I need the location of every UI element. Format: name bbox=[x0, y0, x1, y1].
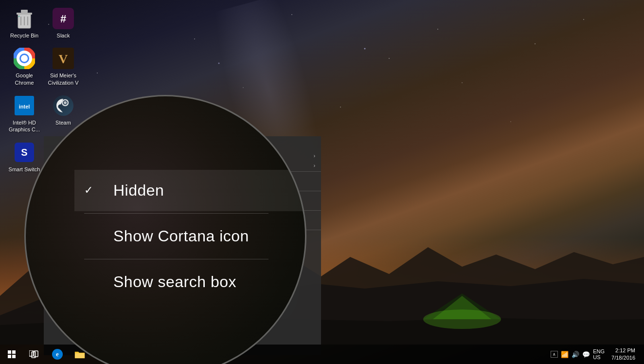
task-view-button[interactable] bbox=[23, 345, 45, 364]
cortana-option-show-icon[interactable]: ✓ Show Cortana icon bbox=[74, 216, 305, 257]
language-label: ENG bbox=[593, 348, 605, 354]
desktop-icon-column-1: Recycle Bin Google Chrome bbox=[5, 5, 44, 179]
svg-text:#: # bbox=[60, 13, 66, 25]
show-icon-checkmark: ✓ bbox=[84, 230, 99, 242]
svg-rect-27 bbox=[29, 350, 33, 356]
svg-text:intel: intel bbox=[19, 104, 30, 109]
smart-switch-icon: S bbox=[13, 141, 36, 164]
task-view-icon bbox=[29, 350, 39, 358]
slack-label: Slack bbox=[57, 32, 70, 39]
context-menu-arrow-2: › bbox=[314, 163, 315, 168]
circle-divider-1 bbox=[84, 213, 268, 214]
volume-icon[interactable]: 🔊 bbox=[572, 351, 579, 358]
taskbar-language[interactable]: ENG US bbox=[593, 348, 605, 360]
desktop-icon-intel-hd[interactable]: intel Intel® HD Graphics C... bbox=[5, 92, 44, 135]
desktop-icon-recycle-bin[interactable]: Recycle Bin bbox=[5, 5, 44, 41]
show-search-checkmark: ✓ bbox=[84, 275, 99, 288]
clock-time: 2:12 PM bbox=[615, 347, 635, 354]
taskbar-tray: ∧ 📶 🔊 💬 ENG US 2:12 PM 7/18/2016 bbox=[551, 345, 644, 364]
desktop-icon-smart-switch[interactable]: S Smart Switch bbox=[5, 139, 44, 175]
chrome-label: Google Chrome bbox=[7, 72, 42, 86]
cortana-submenu-overlay: ✓ Hidden ✓ Show Cortana icon ✓ Show sear… bbox=[24, 95, 306, 364]
taskbar-edge[interactable]: e bbox=[47, 345, 68, 364]
desktop-icon-slack[interactable]: # Slack bbox=[44, 5, 83, 41]
start-button[interactable] bbox=[0, 345, 23, 364]
locale-label: US bbox=[593, 354, 605, 360]
show-search-label: Show search box bbox=[113, 273, 236, 291]
context-menu-arrow-1: › bbox=[314, 153, 315, 159]
civilization-label: Sid Meier's Civilization V bbox=[46, 72, 81, 86]
steam-icon bbox=[52, 94, 75, 117]
action-center-icon[interactable]: 💬 bbox=[582, 351, 590, 358]
svg-rect-5 bbox=[21, 10, 28, 13]
svg-rect-24 bbox=[12, 350, 16, 354]
svg-rect-23 bbox=[8, 350, 11, 354]
recycle-bin-icon bbox=[13, 7, 36, 30]
svg-rect-30 bbox=[75, 353, 85, 358]
edge-icon: e bbox=[56, 350, 59, 358]
network-icon[interactable]: 📶 bbox=[561, 351, 569, 358]
intel-icon: intel bbox=[13, 94, 36, 117]
svg-text:V: V bbox=[59, 52, 68, 66]
svg-rect-25 bbox=[8, 355, 11, 358]
start-icon bbox=[8, 350, 16, 358]
hidden-checkmark: ✓ bbox=[84, 184, 99, 197]
svg-text:S: S bbox=[21, 147, 27, 158]
chrome-icon bbox=[13, 47, 36, 70]
svg-rect-4 bbox=[17, 13, 32, 15]
svg-rect-26 bbox=[12, 355, 16, 358]
civilization-icon: V bbox=[52, 47, 75, 70]
taskbar-clock[interactable]: 2:12 PM 7/18/2016 bbox=[608, 347, 639, 362]
smart-switch-label: Smart Switch bbox=[9, 166, 40, 173]
desktop-icon-google-chrome[interactable]: Google Chrome bbox=[5, 45, 44, 88]
recycle-bin-label: Recycle Bin bbox=[10, 32, 38, 39]
clock-date: 7/18/2016 bbox=[611, 354, 635, 362]
steam-label: Steam bbox=[55, 119, 71, 126]
svg-point-11 bbox=[21, 55, 28, 62]
slack-icon: # bbox=[52, 7, 75, 30]
desktop-icon-steam[interactable]: Steam bbox=[44, 92, 83, 128]
desktop-icon-civilization[interactable]: V Sid Meier's Civilization V bbox=[44, 45, 83, 88]
cortana-option-show-search[interactable]: ✓ Show search box bbox=[74, 261, 305, 303]
svg-point-22 bbox=[64, 101, 67, 104]
hidden-label: Hidden bbox=[113, 182, 164, 200]
circle-divider-2 bbox=[84, 259, 268, 259]
cortana-option-hidden[interactable]: ✓ Hidden bbox=[74, 170, 305, 211]
notification-expand[interactable]: ∧ bbox=[551, 351, 558, 358]
intel-label: Intel® HD Graphics C... bbox=[7, 119, 42, 133]
show-icon-label: Show Cortana icon bbox=[113, 227, 249, 245]
